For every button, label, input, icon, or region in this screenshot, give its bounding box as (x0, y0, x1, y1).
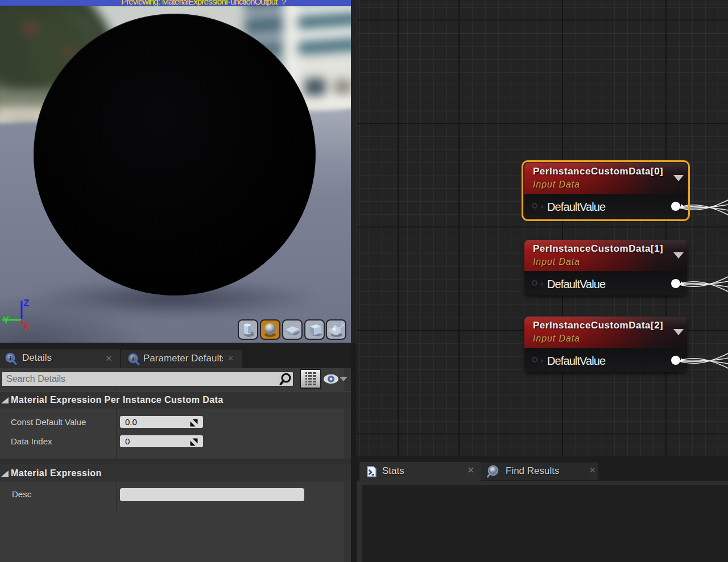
svg-text:Z: Z (23, 298, 29, 309)
svg-text:Y: Y (3, 315, 10, 326)
svg-text:X: X (23, 321, 30, 332)
